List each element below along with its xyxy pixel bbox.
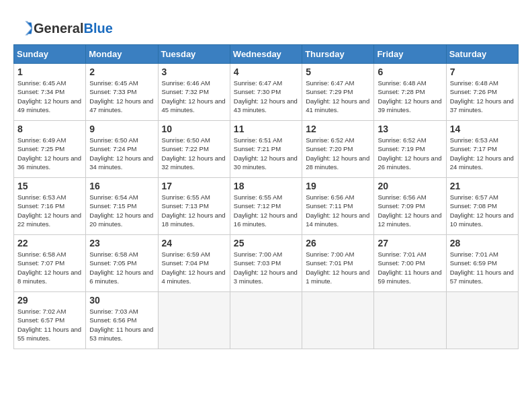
calendar-cell bbox=[230, 292, 302, 349]
day-number: 10 bbox=[162, 124, 226, 134]
day-info: Sunrise: 6:50 AMSunset: 7:24 PMDaylight:… bbox=[89, 136, 154, 171]
day-info: Sunrise: 6:56 AMSunset: 7:11 PMDaylight:… bbox=[306, 193, 370, 228]
calendar-cell: 18Sunrise: 6:55 AMSunset: 7:12 PMDayligh… bbox=[230, 178, 302, 235]
calendar-cell: 21Sunrise: 6:57 AMSunset: 7:08 PMDayligh… bbox=[446, 178, 518, 235]
day-number: 17 bbox=[162, 181, 226, 191]
day-info: Sunrise: 6:52 AMSunset: 7:19 PMDaylight:… bbox=[378, 136, 442, 171]
day-number: 11 bbox=[234, 124, 298, 134]
calendar-cell: 25Sunrise: 7:00 AMSunset: 7:03 PMDayligh… bbox=[230, 235, 302, 292]
calendar-cell bbox=[302, 292, 374, 349]
day-info: Sunrise: 6:48 AMSunset: 7:28 PMDaylight:… bbox=[378, 79, 442, 114]
day-number: 5 bbox=[306, 66, 370, 77]
day-info: Sunrise: 7:01 AMSunset: 6:59 PMDaylight:… bbox=[450, 250, 515, 285]
day-info: Sunrise: 6:45 AMSunset: 7:33 PMDaylight:… bbox=[89, 79, 154, 114]
calendar-cell: 10Sunrise: 6:50 AMSunset: 7:22 PMDayligh… bbox=[158, 121, 230, 178]
day-number: 25 bbox=[234, 238, 298, 248]
weekday-header-wednesday: Wednesday bbox=[230, 45, 302, 64]
weekday-header-saturday: Saturday bbox=[446, 45, 518, 64]
logo: GeneralBlue bbox=[13, 19, 113, 38]
day-number: 14 bbox=[450, 124, 515, 134]
calendar-cell: 6Sunrise: 6:48 AMSunset: 7:28 PMDaylight… bbox=[374, 64, 446, 121]
day-info: Sunrise: 6:58 AMSunset: 7:07 PMDaylight:… bbox=[17, 250, 82, 285]
day-number: 18 bbox=[234, 181, 298, 191]
day-info: Sunrise: 6:48 AMSunset: 7:26 PMDaylight:… bbox=[450, 79, 515, 114]
day-number: 3 bbox=[162, 66, 226, 77]
day-info: Sunrise: 6:55 AMSunset: 7:12 PMDaylight:… bbox=[234, 193, 298, 228]
day-info: Sunrise: 7:01 AMSunset: 7:00 PMDaylight:… bbox=[378, 250, 442, 285]
calendar-cell: 26Sunrise: 7:00 AMSunset: 7:01 PMDayligh… bbox=[302, 235, 374, 292]
day-info: Sunrise: 7:03 AMSunset: 6:56 PMDaylight:… bbox=[89, 307, 154, 342]
day-number: 29 bbox=[17, 295, 82, 306]
day-info: Sunrise: 6:49 AMSunset: 7:25 PMDaylight:… bbox=[17, 136, 82, 171]
calendar-cell: 3Sunrise: 6:46 AMSunset: 7:32 PMDaylight… bbox=[158, 64, 230, 121]
day-number: 7 bbox=[450, 66, 515, 77]
day-number: 26 bbox=[306, 238, 370, 248]
calendar-cell: 19Sunrise: 6:56 AMSunset: 7:11 PMDayligh… bbox=[302, 178, 374, 235]
day-number: 28 bbox=[450, 238, 515, 248]
calendar-cell: 4Sunrise: 6:47 AMSunset: 7:30 PMDaylight… bbox=[230, 64, 302, 121]
day-info: Sunrise: 6:47 AMSunset: 7:30 PMDaylight:… bbox=[234, 79, 298, 114]
calendar-cell: 13Sunrise: 6:52 AMSunset: 7:19 PMDayligh… bbox=[374, 121, 446, 178]
calendar-cell: 2Sunrise: 6:45 AMSunset: 7:33 PMDaylight… bbox=[86, 64, 158, 121]
calendar-cell: 15Sunrise: 6:53 AMSunset: 7:16 PMDayligh… bbox=[14, 178, 86, 235]
day-info: Sunrise: 6:54 AMSunset: 7:15 PMDaylight:… bbox=[89, 193, 154, 228]
calendar-cell: 29Sunrise: 7:02 AMSunset: 6:57 PMDayligh… bbox=[14, 292, 86, 349]
day-info: Sunrise: 6:53 AMSunset: 7:16 PMDaylight:… bbox=[17, 193, 82, 228]
calendar-cell: 1Sunrise: 6:45 AMSunset: 7:34 PMDaylight… bbox=[14, 64, 86, 121]
day-info: Sunrise: 6:47 AMSunset: 7:29 PMDaylight:… bbox=[306, 79, 370, 114]
calendar-cell: 22Sunrise: 6:58 AMSunset: 7:07 PMDayligh… bbox=[14, 235, 86, 292]
weekday-header-tuesday: Tuesday bbox=[158, 45, 230, 64]
day-info: Sunrise: 6:57 AMSunset: 7:08 PMDaylight:… bbox=[450, 193, 515, 228]
calendar-cell: 11Sunrise: 6:51 AMSunset: 7:21 PMDayligh… bbox=[230, 121, 302, 178]
calendar-cell: 5Sunrise: 6:47 AMSunset: 7:29 PMDaylight… bbox=[302, 64, 374, 121]
weekday-header-friday: Friday bbox=[374, 45, 446, 64]
day-info: Sunrise: 6:59 AMSunset: 7:04 PMDaylight:… bbox=[162, 250, 226, 285]
calendar-cell bbox=[374, 292, 446, 349]
calendar-cell: 14Sunrise: 6:53 AMSunset: 7:17 PMDayligh… bbox=[446, 121, 518, 178]
day-number: 30 bbox=[89, 295, 154, 306]
day-info: Sunrise: 6:53 AMSunset: 7:17 PMDaylight:… bbox=[450, 136, 515, 171]
day-info: Sunrise: 6:46 AMSunset: 7:32 PMDaylight:… bbox=[162, 79, 226, 114]
weekday-header-thursday: Thursday bbox=[302, 45, 374, 64]
calendar-cell: 8Sunrise: 6:49 AMSunset: 7:25 PMDaylight… bbox=[14, 121, 86, 178]
day-number: 12 bbox=[306, 124, 370, 134]
day-number: 16 bbox=[89, 181, 154, 191]
day-info: Sunrise: 7:02 AMSunset: 6:57 PMDaylight:… bbox=[17, 307, 82, 342]
logo-icon bbox=[13, 19, 32, 38]
calendar-cell: 16Sunrise: 6:54 AMSunset: 7:15 PMDayligh… bbox=[86, 178, 158, 235]
calendar-cell: 20Sunrise: 6:56 AMSunset: 7:09 PMDayligh… bbox=[374, 178, 446, 235]
day-info: Sunrise: 6:52 AMSunset: 7:20 PMDaylight:… bbox=[306, 136, 370, 171]
calendar-cell: 23Sunrise: 6:58 AMSunset: 7:05 PMDayligh… bbox=[86, 235, 158, 292]
weekday-header-monday: Monday bbox=[86, 45, 158, 64]
day-info: Sunrise: 6:56 AMSunset: 7:09 PMDaylight:… bbox=[378, 193, 442, 228]
day-number: 4 bbox=[234, 66, 298, 77]
calendar-cell: 7Sunrise: 6:48 AMSunset: 7:26 PMDaylight… bbox=[446, 64, 518, 121]
day-number: 22 bbox=[17, 238, 82, 248]
day-number: 27 bbox=[378, 238, 442, 248]
day-info: Sunrise: 6:51 AMSunset: 7:21 PMDaylight:… bbox=[234, 136, 298, 171]
day-number: 9 bbox=[89, 124, 154, 134]
calendar-cell: 17Sunrise: 6:55 AMSunset: 7:13 PMDayligh… bbox=[158, 178, 230, 235]
calendar-cell: 28Sunrise: 7:01 AMSunset: 6:59 PMDayligh… bbox=[446, 235, 518, 292]
day-number: 23 bbox=[89, 238, 154, 248]
day-number: 6 bbox=[378, 66, 442, 77]
calendar-cell: 27Sunrise: 7:01 AMSunset: 7:00 PMDayligh… bbox=[374, 235, 446, 292]
day-number: 19 bbox=[306, 181, 370, 191]
calendar-cell: 30Sunrise: 7:03 AMSunset: 6:56 PMDayligh… bbox=[86, 292, 158, 349]
calendar-table: SundayMondayTuesdayWednesdayThursdayFrid… bbox=[13, 44, 519, 349]
day-info: Sunrise: 7:00 AMSunset: 7:01 PMDaylight:… bbox=[306, 250, 370, 285]
weekday-header-sunday: Sunday bbox=[14, 45, 86, 64]
calendar-cell bbox=[158, 292, 230, 349]
calendar-cell bbox=[446, 292, 518, 349]
day-number: 1 bbox=[17, 66, 82, 77]
day-info: Sunrise: 7:00 AMSunset: 7:03 PMDaylight:… bbox=[234, 250, 298, 285]
day-number: 20 bbox=[378, 181, 442, 191]
calendar-cell: 12Sunrise: 6:52 AMSunset: 7:20 PMDayligh… bbox=[302, 121, 374, 178]
day-number: 15 bbox=[17, 181, 82, 191]
day-number: 8 bbox=[17, 124, 82, 134]
header: GeneralBlue bbox=[13, 13, 519, 38]
calendar-cell: 24Sunrise: 6:59 AMSunset: 7:04 PMDayligh… bbox=[158, 235, 230, 292]
day-info: Sunrise: 6:50 AMSunset: 7:22 PMDaylight:… bbox=[162, 136, 226, 171]
day-info: Sunrise: 6:58 AMSunset: 7:05 PMDaylight:… bbox=[89, 250, 154, 285]
day-number: 21 bbox=[450, 181, 515, 191]
